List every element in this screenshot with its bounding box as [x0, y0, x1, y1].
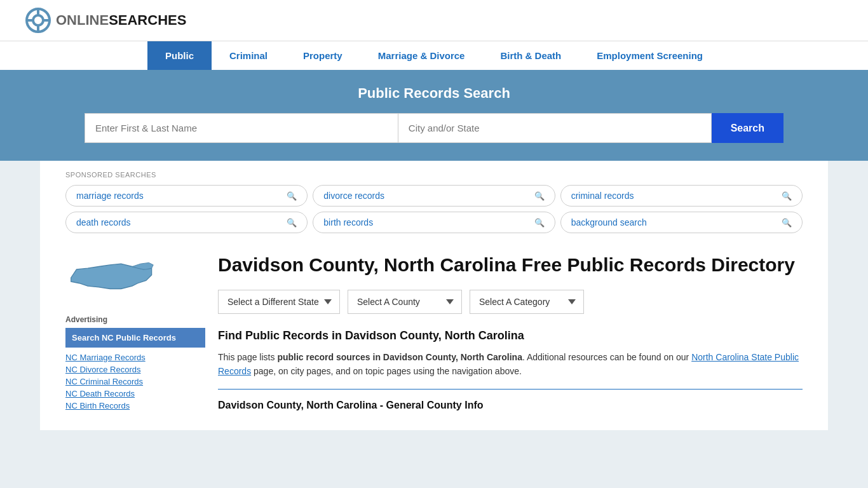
nav-item-public[interactable]: Public	[147, 41, 212, 70]
sponsored-death[interactable]: death records 🔍	[65, 212, 308, 233]
search-icon-criminal: 🔍	[782, 191, 792, 201]
state-dropdown[interactable]: Select a Different State	[218, 290, 340, 314]
svg-point-1	[33, 15, 43, 25]
sidebar-link-marriage[interactable]: NC Marriage Records	[65, 353, 205, 362]
logo-text: ONLINESEARCHES	[56, 12, 186, 29]
main-content: SPONSORED SEARCHES marriage records 🔍 di…	[40, 161, 828, 430]
sidebar-link-death[interactable]: NC Death Records	[65, 389, 205, 398]
sponsored-criminal[interactable]: criminal records 🔍	[560, 185, 803, 207]
logo-searches: SEARCHES	[109, 12, 186, 28]
page-body: Advertising Search NC Public Records NC …	[65, 240, 803, 430]
sponsored-background-label: background search	[571, 217, 647, 227]
sponsored-section: SPONSORED SEARCHES marriage records 🔍 di…	[65, 161, 803, 240]
sidebar-link-divorce[interactable]: NC Divorce Records	[65, 365, 205, 374]
county-dropdown[interactable]: Select A County	[348, 290, 462, 314]
nav-item-employment[interactable]: Employment Screening	[579, 41, 721, 70]
sidebar-ad-item[interactable]: Search NC Public Records	[65, 328, 205, 348]
hero-title: Public Records Search	[25, 85, 843, 102]
find-text-bold: public record sources in Davidson County…	[277, 352, 522, 362]
search-button[interactable]: Search	[712, 113, 783, 143]
sponsored-marriage-label: marriage records	[76, 191, 144, 201]
find-records-title: Find Public Records in Davidson County, …	[218, 329, 803, 342]
logo-online: ONLINE	[56, 12, 109, 28]
find-text-3: page, on city pages, and on topic pages …	[251, 366, 522, 376]
main-area: Davidson County, North Carolina Free Pub…	[218, 252, 803, 411]
page-title: Davidson County, North Carolina Free Pub…	[218, 252, 803, 277]
search-icon-marriage: 🔍	[287, 191, 297, 201]
search-icon-background: 🔍	[782, 218, 792, 227]
nav-item-property[interactable]: Property	[285, 41, 360, 70]
find-text-2: . Additional resources can be found on o…	[522, 352, 691, 362]
name-input[interactable]	[85, 113, 398, 143]
location-input[interactable]	[398, 113, 712, 143]
sponsored-divorce-label: divorce records	[323, 191, 384, 201]
sponsored-marriage[interactable]: marriage records 🔍	[65, 185, 308, 207]
search-icon-divorce: 🔍	[534, 191, 545, 201]
general-info-title: Davidson County, North Carolina - Genera…	[218, 400, 803, 411]
logo[interactable]: ONLINESEARCHES	[25, 8, 186, 33]
sidebar-link-criminal[interactable]: NC Criminal Records	[65, 377, 205, 386]
hero-section: Public Records Search Search	[0, 70, 868, 161]
state-map	[65, 252, 205, 305]
search-icon-birth: 🔍	[534, 218, 545, 227]
nc-map-svg	[65, 252, 154, 303]
sidebar-link-birth[interactable]: NC Birth Records	[65, 401, 205, 410]
sponsored-birth[interactable]: birth records 🔍	[313, 212, 555, 233]
sponsored-divorce[interactable]: divorce records 🔍	[313, 185, 555, 207]
main-nav: Public Criminal Property Marriage & Divo…	[0, 41, 868, 70]
find-text-1: This page lists	[218, 352, 277, 362]
dropdowns-row: Select a Different State Select A County…	[218, 290, 803, 314]
nav-item-marriage-divorce[interactable]: Marriage & Divorce	[360, 41, 483, 70]
sponsored-label: SPONSORED SEARCHES	[65, 171, 803, 179]
search-bar: Search	[85, 113, 783, 143]
search-icon-death: 🔍	[287, 218, 297, 227]
nav-item-criminal[interactable]: Criminal	[212, 41, 285, 70]
sponsored-grid: marriage records 🔍 divorce records 🔍 cri…	[65, 185, 803, 233]
sponsored-death-label: death records	[76, 217, 131, 227]
find-records-text: This page lists public record sources in…	[218, 350, 803, 379]
sidebar: Advertising Search NC Public Records NC …	[65, 252, 205, 411]
header: ONLINESEARCHES	[0, 0, 868, 41]
sponsored-birth-label: birth records	[323, 217, 373, 227]
category-dropdown[interactable]: Select A Category	[470, 290, 584, 314]
section-divider	[218, 389, 803, 390]
nav-item-birth-death[interactable]: Birth & Death	[482, 41, 579, 70]
sidebar-links: NC Marriage Records NC Divorce Records N…	[65, 353, 205, 410]
sidebar-ad-label: Advertising	[65, 315, 205, 324]
sponsored-background[interactable]: background search 🔍	[560, 212, 803, 233]
sponsored-criminal-label: criminal records	[571, 191, 634, 201]
logo-icon	[25, 8, 51, 33]
